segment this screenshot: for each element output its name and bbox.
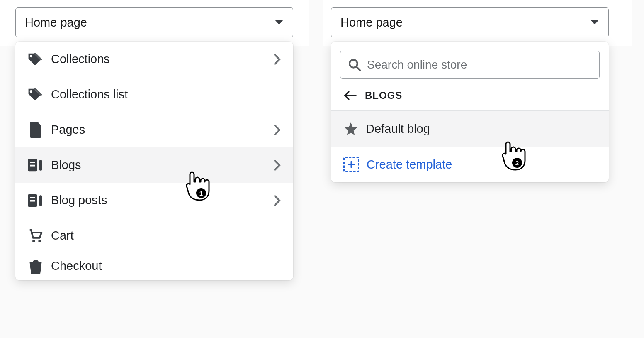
- blog-icon: [28, 193, 44, 208]
- menu-item-blog-posts[interactable]: Blog posts: [15, 183, 293, 218]
- svg-rect-1: [30, 162, 35, 163]
- svg-rect-6: [30, 200, 35, 201]
- breadcrumb-label: BLOGS: [365, 90, 402, 101]
- tags-icon: [28, 87, 44, 103]
- arrow-left-icon: [343, 91, 357, 100]
- menu-item-cart[interactable]: Cart: [15, 218, 293, 253]
- search-icon: [348, 58, 361, 71]
- menu-item-label: Checkout: [51, 259, 102, 273]
- create-template-button[interactable]: Create template: [331, 147, 609, 182]
- search-input[interactable]: [367, 58, 592, 71]
- result-default-blog[interactable]: Default blog: [331, 111, 609, 147]
- chevron-right-icon: [274, 195, 281, 206]
- svg-point-9: [38, 240, 41, 242]
- search-box[interactable]: [340, 51, 600, 79]
- menu-item-label: Cart: [51, 229, 74, 242]
- menu-item-blogs[interactable]: Blogs: [15, 147, 293, 183]
- template-select-label: Home page: [25, 16, 87, 29]
- blog-icon: [28, 157, 44, 173]
- bag-icon: [28, 259, 44, 275]
- menu-item-label: Pages: [51, 123, 85, 137]
- result-label: Default blog: [366, 122, 430, 136]
- menu-item-checkout[interactable]: Checkout: [15, 253, 293, 280]
- chevron-right-icon: [274, 54, 281, 65]
- caret-down-icon: [590, 20, 599, 25]
- tags-icon: [28, 51, 44, 67]
- menu-item-label: Collections list: [51, 88, 128, 101]
- svg-line-11: [357, 67, 360, 70]
- breadcrumb-back[interactable]: BLOGS: [331, 86, 609, 111]
- chevron-right-icon: [274, 125, 281, 135]
- menu-item-collections-list[interactable]: Collections list: [15, 77, 293, 112]
- cart-icon: [28, 228, 44, 244]
- menu-item-label: Blog posts: [51, 193, 107, 207]
- star-icon: [343, 121, 358, 136]
- search-container: [331, 42, 609, 86]
- svg-rect-5: [30, 197, 35, 198]
- add-template-icon: [343, 157, 359, 172]
- svg-rect-7: [39, 195, 42, 206]
- template-select-right[interactable]: Home page: [331, 7, 609, 37]
- menu-item-pages[interactable]: Pages: [15, 112, 293, 147]
- page-icon: [28, 122, 44, 138]
- svg-point-8: [32, 240, 35, 242]
- caret-down-icon: [275, 20, 284, 25]
- template-dropdown-left: Collections Collections list Pages Blog: [15, 42, 293, 280]
- menu-item-label: Blogs: [51, 158, 81, 172]
- svg-rect-2: [30, 164, 35, 166]
- svg-rect-3: [39, 160, 42, 170]
- create-template-label: Create template: [367, 158, 452, 171]
- svg-point-10: [350, 60, 357, 68]
- template-select-left[interactable]: Home page: [15, 7, 293, 37]
- template-dropdown-right: BLOGS Default blog Create template: [331, 42, 609, 182]
- menu-item-collections[interactable]: Collections: [15, 42, 293, 77]
- menu-item-label: Collections: [51, 52, 110, 66]
- template-select-label: Home page: [340, 16, 403, 29]
- chevron-right-icon: [274, 160, 281, 171]
